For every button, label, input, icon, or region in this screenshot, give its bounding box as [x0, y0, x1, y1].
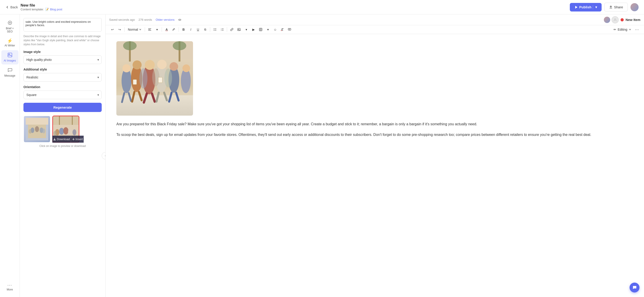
editing-mode-button[interactable]: ✏ Editing: [612, 27, 633, 32]
prompt-textarea-wrapper: sale. Use bright colors and excited expr…: [24, 18, 102, 32]
svg-rect-44: [288, 28, 291, 30]
sidebar-item-message[interactable]: Message: [1, 65, 18, 79]
ai-writer-icon: ⚡: [7, 38, 13, 43]
sidebar-item-ai-images[interactable]: AI Images: [1, 50, 18, 64]
svg-rect-2: [8, 53, 12, 57]
panel-collapse-button[interactable]: ‹: [102, 152, 106, 159]
text-style-dropdown[interactable]: Normal: [126, 27, 144, 32]
play-button[interactable]: ▶: [250, 26, 257, 33]
bullet-list-button[interactable]: [212, 26, 218, 33]
formatting-toolbar: ↩ ↪ Normal ▾ A B I U S: [106, 25, 644, 34]
numbered-list-button[interactable]: 1.2.: [219, 26, 226, 33]
file-info: New file Content template: 📝 Blog post: [20, 3, 62, 11]
images-grid: Download Insert: [24, 116, 102, 143]
bold-button[interactable]: B: [180, 26, 187, 33]
emoji-button[interactable]: ☺: [272, 26, 278, 33]
chat-bubble[interactable]: [630, 283, 640, 293]
svg-point-10: [42, 128, 45, 133]
text-color-button[interactable]: A: [163, 26, 170, 33]
header-left: Back New file Content template: 📝 Blog p…: [6, 3, 62, 11]
more-options-button[interactable]: ···: [634, 26, 640, 33]
image-insert-icon: [238, 28, 240, 31]
style-chevron-icon: [139, 28, 142, 31]
orientation-label: Orientation: [24, 85, 102, 89]
numbered-list-icon: 1.2.: [220, 28, 224, 31]
additional-style-label: Additional style: [24, 68, 102, 71]
additional-style-select[interactable]: Realistic Abstract Minimalist Vintage: [24, 73, 102, 82]
publish-icon: [574, 5, 578, 9]
share-label: Share: [614, 5, 623, 9]
publish-label: Publish: [579, 5, 592, 9]
publish-chevron[interactable]: ▾: [593, 5, 597, 9]
clear-format-icon: [281, 28, 284, 31]
image-dropdown-button[interactable]: ▾: [243, 26, 250, 33]
editing-label: Editing: [618, 28, 627, 31]
strikethrough-button[interactable]: S: [202, 26, 208, 33]
sidebar-item-brief-seo-label: Brief + SEO: [3, 27, 17, 33]
image-style-label: Image style: [24, 50, 102, 54]
sidebar-item-more-label: More: [7, 288, 13, 291]
image-thumb-1[interactable]: [24, 116, 50, 143]
table-button[interactable]: [257, 26, 264, 33]
download-button[interactable]: Download: [52, 136, 71, 143]
highlight-icon: [172, 28, 176, 31]
back-button[interactable]: Back: [6, 5, 18, 9]
svg-rect-79: [133, 79, 137, 84]
regenerate-button[interactable]: Regenerate: [24, 103, 102, 112]
svg-point-63: [170, 62, 178, 71]
template-prefix: Content template:: [20, 8, 44, 11]
paragraph-2-text: To scoop the best deals, sign up for ema…: [116, 133, 591, 137]
image-thumb-1-inner: [24, 116, 50, 142]
svg-point-29: [214, 29, 214, 29]
additional-style-select-wrapper: Realistic Abstract Minimalist Vintage: [24, 73, 102, 82]
table-dropdown-button[interactable]: ▾: [264, 26, 271, 33]
template-link[interactable]: Blog post: [50, 8, 62, 11]
share-button[interactable]: Share: [604, 3, 628, 11]
click-hint: Click on image to preview or download: [24, 144, 102, 148]
share-icon: [609, 5, 613, 9]
prompt-textarea[interactable]: sale. Use bright colors and excited expr…: [24, 18, 102, 31]
separator-4: [178, 27, 179, 32]
insert-label: Insert: [76, 137, 83, 141]
underline-button[interactable]: U: [194, 26, 201, 33]
insert-icon: [72, 138, 75, 141]
link-button[interactable]: [228, 26, 235, 33]
comment-button[interactable]: [286, 26, 293, 33]
publish-button[interactable]: Publish ▾: [570, 3, 602, 11]
editor-main-image: [116, 41, 193, 116]
italic-button[interactable]: I: [188, 26, 194, 33]
undo-button[interactable]: ↩: [109, 26, 116, 33]
insert-button[interactable]: Insert: [71, 136, 84, 143]
sidebar-item-more[interactable]: ··· More: [1, 281, 18, 294]
back-icon: [6, 5, 9, 9]
redo-button[interactable]: ↪: [116, 26, 123, 33]
orientation-select[interactable]: Square Landscape Portrait: [24, 91, 102, 99]
saved-text: Saved seconds ago: [109, 18, 135, 21]
svg-point-17: [68, 128, 72, 135]
svg-point-61: [157, 60, 167, 69]
image-style-select[interactable]: High quality photo Illustration Watercol…: [24, 55, 102, 64]
highlight-button[interactable]: [170, 26, 177, 33]
text-style-label: Normal: [128, 28, 138, 31]
sidebar-item-ai-writer[interactable]: ⚡ AI Writer: [1, 36, 18, 49]
user-avatar[interactable]: [630, 3, 638, 11]
sidebar-item-message-label: Message: [4, 74, 15, 77]
clear-format-button[interactable]: [279, 26, 286, 33]
svg-point-67: [152, 68, 160, 86]
svg-point-15: [59, 128, 64, 135]
older-versions-link[interactable]: Older versions: [156, 18, 174, 21]
chat-icon: [632, 285, 637, 290]
image-insert-button[interactable]: [236, 26, 242, 33]
ai-images-icon: [8, 52, 12, 58]
svg-marker-0: [575, 6, 578, 8]
align-button[interactable]: [146, 26, 153, 33]
align-dropdown-button[interactable]: ▾: [154, 26, 160, 33]
separator-5: [210, 27, 210, 32]
download-icon: [53, 138, 56, 141]
file-name: New file: [20, 3, 62, 8]
svg-point-31: [214, 30, 214, 30]
sidebar-item-brief-seo[interactable]: Brief + SEO: [1, 18, 18, 35]
link-icon: [230, 28, 234, 31]
editor-topbar: Saved seconds ago 276 words Older versio…: [106, 14, 644, 25]
editor-content[interactable]: Are you prepared for this Black Friday s…: [106, 34, 644, 297]
